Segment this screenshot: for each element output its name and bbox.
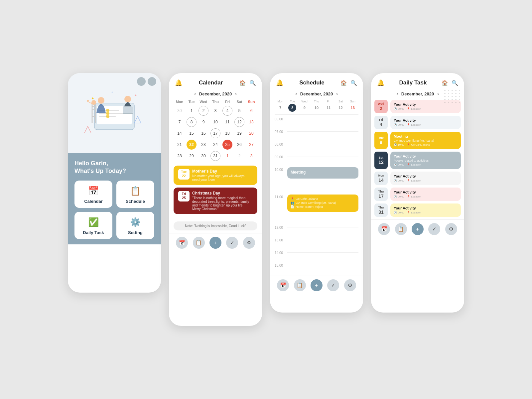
cal-day[interactable]: 2 — [199, 106, 208, 116]
time-7: 07.00 — [275, 129, 287, 134]
christmas-day-card[interactable]: Fri 25 Christmas Day "There is nothing m… — [174, 188, 257, 214]
task-card-tue8[interactable]: Mooting CV. Indo Gemilang (Mr.Fsana) 🕐 1… — [390, 132, 461, 149]
home-icon[interactable]: 🏠 — [239, 80, 246, 86]
home-tile-schedule[interactable]: 📋 Schedule — [116, 181, 154, 208]
cal-day[interactable]: 17 — [210, 128, 220, 138]
cal-day[interactable]: 18 — [222, 128, 232, 138]
task-day-num: 14 — [378, 178, 384, 183]
time-line — [287, 252, 358, 253]
time-line — [287, 131, 358, 132]
cal-day[interactable]: 3 — [210, 106, 220, 116]
cal-day[interactable]: 23 — [199, 140, 208, 150]
cal-day[interactable]: 8 — [187, 117, 197, 127]
meeting-yellow-block[interactable]: 📍 Go Cafe, Jakarta 👥 CV. Indo Gemilang (… — [287, 195, 358, 212]
schedule-prev-month[interactable]: ‹ — [295, 91, 297, 96]
task-day-name: Thu — [378, 206, 384, 209]
nav-gear-icon[interactable]: ⚙ — [243, 237, 255, 249]
cal-day[interactable]: 15 — [187, 128, 197, 138]
daily-nav-add[interactable]: ＋ — [412, 223, 424, 235]
meeting-project: 📄 Home Teater Project — [291, 205, 355, 208]
sched-nav-check[interactable]: ✓ — [327, 279, 339, 291]
week-cell-sat[interactable]: Sat 12 — [335, 100, 346, 112]
christmas-day-subtitle: "There is nothing more magical than deco… — [192, 196, 253, 211]
cal-day[interactable]: 7 — [175, 117, 185, 127]
time-13: 13.00 — [275, 238, 287, 242]
cal-day[interactable]: 21 — [175, 140, 185, 150]
cal-day[interactable]: 1 — [222, 151, 232, 161]
task-badge-fri4: Fri 4 — [374, 116, 388, 129]
daily-nav-check[interactable]: ✓ — [428, 223, 440, 235]
cal-day-sun[interactable]: 27 — [246, 140, 256, 150]
cal-day[interactable]: 31 — [210, 151, 220, 161]
daily-task-tile-icon: ✅ — [88, 217, 99, 227]
nav-add-icon[interactable]: ＋ — [209, 237, 221, 249]
week-cell-thu[interactable]: Thu 10 — [311, 100, 322, 112]
cal-day[interactable]: 2 — [234, 151, 244, 161]
home-tile-calendar[interactable]: 📅 Calendar — [74, 181, 112, 208]
next-month-arrow[interactable]: › — [235, 91, 237, 96]
home-icon-schedule[interactable]: 🏠 — [340, 80, 347, 86]
week-cell-wed[interactable]: Wed 9 — [299, 100, 310, 112]
cal-day[interactable]: 16 — [199, 128, 208, 138]
daily-nav-calendar[interactable]: 📅 — [378, 223, 390, 235]
sched-nav-calendar[interactable]: 📅 — [277, 279, 289, 291]
sched-nav-add[interactable]: ＋ — [311, 279, 323, 291]
calendar-bottom-nav: 📅 📋 ＋ ✓ ⚙ — [169, 233, 262, 253]
week-cell-fri[interactable]: Fri 11 — [323, 100, 334, 112]
nav-calendar-icon[interactable]: 📅 — [176, 237, 188, 249]
cal-day[interactable]: 12 — [234, 117, 244, 127]
daily-prev-month[interactable]: ‹ — [396, 91, 398, 96]
cal-day[interactable]: 4 — [222, 106, 232, 116]
schedule-next-month[interactable]: › — [336, 91, 338, 96]
time-row-10: 10.00 Meeting — [275, 167, 358, 194]
cal-day[interactable]: 26 — [234, 140, 244, 150]
svg-text:✦: ✦ — [111, 91, 113, 94]
meeting-grey-block[interactable]: Meeting — [287, 167, 358, 179]
prev-month-arrow[interactable]: ‹ — [194, 91, 196, 96]
project-text: Home Teater Project — [296, 205, 323, 208]
cal-day[interactable]: 1 — [187, 106, 197, 116]
task-card-fri4[interactable]: Your Activity 🕐 00.00 📍 Location — [390, 116, 461, 129]
cal-day-sun[interactable]: 20 — [246, 128, 256, 138]
cal-day-sun[interactable]: 3 — [246, 151, 256, 161]
cal-day[interactable]: 11 — [222, 117, 232, 127]
cal-day[interactable]: 29 — [187, 151, 197, 161]
cal-day[interactable]: 10 — [210, 117, 220, 127]
cal-day[interactable]: 30 — [175, 106, 185, 116]
nav-check-icon[interactable]: ✓ — [226, 237, 238, 249]
cal-day-25[interactable]: 25 — [222, 140, 232, 150]
task-badge-mon14: Mon 14 — [374, 172, 388, 185]
cal-day-22[interactable]: 22 — [187, 140, 197, 150]
cal-day[interactable]: 14 — [175, 128, 185, 138]
week-cell-sun[interactable]: Sun 13 — [347, 100, 358, 112]
home-tile-setting[interactable]: ⚙️ Setting — [116, 212, 154, 239]
cal-day[interactable]: 5 — [234, 106, 244, 116]
cal-day-sun[interactable]: 13 — [246, 117, 256, 127]
sched-nav-gear[interactable]: ⚙ — [344, 279, 356, 291]
week-cell-mon[interactable]: Mon 7 — [275, 100, 286, 112]
daily-nav-gear[interactable]: ⚙ — [445, 223, 457, 235]
cal-day[interactable]: 19 — [234, 128, 244, 138]
week-cell-tue[interactable]: Tue 8 — [287, 100, 298, 112]
mothers-day-card[interactable]: Tue 22 Mother's Day No matter your age, … — [174, 166, 257, 185]
task-card-mon14[interactable]: Your Activity 🕐 00.00 📍 Location — [390, 172, 461, 185]
cal-day-sun[interactable]: 6 — [246, 106, 256, 116]
phone-daily: 🔔 Daily Task 🏠 🔍 ‹ December, 2020 › Wed … — [371, 73, 464, 313]
cal-day[interactable]: 9 — [199, 117, 208, 127]
search-icon[interactable]: 🔍 — [249, 80, 256, 86]
daily-next-month[interactable]: › — [437, 91, 439, 96]
cal-day[interactable]: 28 — [175, 151, 185, 161]
phone-home: ✦ ✦ ✦ Hello Garin, What's — [68, 73, 161, 293]
home-icon-daily[interactable]: 🏠 — [442, 80, 448, 86]
cal-day[interactable]: 30 — [199, 151, 208, 161]
sched-nav-schedule[interactable]: 📋 — [294, 279, 306, 291]
cal-day[interactable]: 24 — [210, 140, 220, 150]
task-card-thu31[interactable]: Your Activity 🕐 00.00 📍 Location — [390, 203, 461, 217]
home-tile-daily-task[interactable]: ✅ Daily Task — [74, 212, 112, 239]
nav-schedule-icon[interactable]: 📋 — [193, 237, 205, 249]
task-card-sat12[interactable]: Your Activity People related to activiti… — [390, 152, 461, 169]
search-icon-daily[interactable]: 🔍 — [452, 80, 458, 86]
search-icon-schedule[interactable]: 🔍 — [350, 80, 357, 86]
task-card-thu17[interactable]: Your Activity 🕐 00.00 📍 Location — [390, 188, 461, 201]
daily-nav-schedule[interactable]: 📋 — [395, 223, 407, 235]
